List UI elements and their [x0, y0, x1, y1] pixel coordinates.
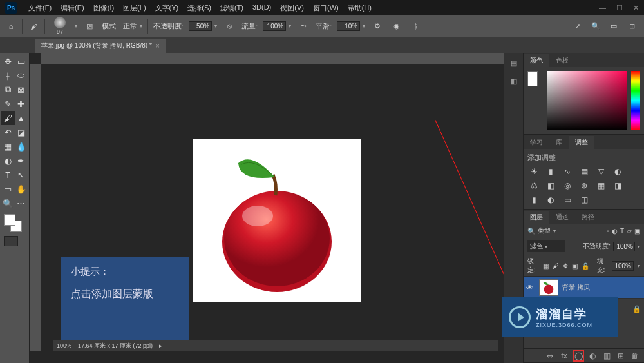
smooth-gear-icon[interactable]: ⚙	[370, 19, 384, 34]
eraser-tool[interactable]: ◪	[15, 125, 28, 139]
filter-kind-icon[interactable]: 🔍	[527, 228, 535, 235]
pressure-opacity-icon[interactable]: ⦸	[222, 19, 236, 34]
lock-trans-icon[interactable]: ▦	[543, 262, 549, 270]
window-maximize[interactable]: ☐	[616, 4, 623, 12]
lock-all-icon[interactable]: 🔒	[582, 262, 589, 270]
brush-preset[interactable]: 97	[50, 17, 70, 36]
visibility-icon[interactable]: 👁	[526, 284, 535, 291]
document-close-icon[interactable]: ×	[156, 43, 160, 50]
adj-threshold[interactable]: ◐	[544, 195, 557, 205]
filter-smart-icon[interactable]: ▣	[634, 228, 640, 235]
layer-opacity-input[interactable]	[613, 242, 635, 251]
smooth-input[interactable]	[337, 21, 360, 31]
edit-toolbar[interactable]: ⋯	[15, 196, 28, 210]
window-close[interactable]: ✕	[633, 4, 639, 12]
filter-shape-icon[interactable]: ▱	[627, 228, 632, 235]
adj-posterize[interactable]: ▮	[527, 195, 540, 205]
new-adjustment-icon[interactable]: ◐	[587, 351, 598, 361]
menu-edit[interactable]: 编辑(E)	[57, 2, 88, 14]
eyedropper-tool[interactable]: ✎	[1, 97, 15, 111]
menu-select[interactable]: 选择(S)	[184, 2, 215, 14]
frame-tool[interactable]: ⊠	[15, 83, 28, 97]
adj-exposure[interactable]: ▤	[578, 166, 591, 177]
opacity-dropdown-icon[interactable]: ▾	[214, 23, 217, 29]
crop-tool[interactable]: ⧉	[1, 83, 15, 97]
zoom-tool[interactable]: 🔍	[1, 196, 15, 210]
color-field[interactable]	[547, 71, 627, 130]
menu-help[interactable]: 帮助(H)	[344, 2, 375, 14]
quickselect-tool[interactable]: ⬭	[15, 68, 28, 83]
layer-opacity-dropdown-icon[interactable]: ▾	[638, 244, 640, 250]
tab-channels[interactable]: 通道	[549, 211, 575, 224]
fill-input[interactable]	[612, 261, 634, 271]
blend-mode-select[interactable]: 滤色 ▾	[527, 240, 565, 252]
menu-window[interactable]: 窗口(W)	[309, 2, 343, 14]
hand-tool[interactable]: ✋	[15, 182, 28, 196]
color-panel-swatches[interactable]	[527, 71, 543, 130]
hue-slider[interactable]	[631, 71, 640, 130]
flow-input[interactable]	[263, 21, 286, 31]
adj-bw[interactable]: ◧	[544, 181, 557, 191]
blur-tool[interactable]: 💧	[15, 139, 28, 153]
symmetry-icon[interactable]: ᚱ	[409, 19, 423, 34]
mode-value[interactable]: 正常	[123, 21, 137, 31]
menu-image[interactable]: 图像(I)	[90, 2, 118, 14]
menu-3d[interactable]: 3D(D)	[249, 2, 275, 14]
fill-dropdown-icon[interactable]: ▾	[638, 263, 640, 269]
stamp-tool[interactable]: ▲	[15, 111, 28, 125]
search-icon[interactable]: 🔍	[589, 19, 603, 34]
adj-brightness[interactable]: ☀	[527, 166, 540, 177]
heal-tool[interactable]: ✚	[15, 97, 28, 111]
adj-balance[interactable]: ⚖	[527, 181, 540, 191]
quickmask-toggle[interactable]	[4, 236, 18, 246]
history-brush-tool[interactable]: ↶	[1, 125, 15, 139]
filter-type-icon[interactable]: T	[620, 228, 624, 235]
menu-file[interactable]: 文件(F)	[24, 2, 55, 14]
lock-nest-icon[interactable]: ▣	[572, 262, 578, 270]
filter-kind-dropdown-icon[interactable]: ▾	[553, 228, 556, 234]
marquee-tool[interactable]: ▭	[15, 54, 28, 68]
adj-photo-filter[interactable]: ◎	[561, 181, 574, 191]
opacity-input[interactable]	[189, 21, 212, 31]
adj-invert[interactable]: ◨	[611, 181, 624, 191]
link-layers-icon[interactable]: ⇔	[545, 351, 555, 361]
flow-dropdown-icon[interactable]: ▾	[289, 23, 291, 29]
menu-type[interactable]: 文字(Y)	[151, 2, 183, 14]
new-group-icon[interactable]: ▥	[601, 351, 612, 361]
tab-adjustments[interactable]: 调整	[569, 136, 594, 149]
pressure-size-icon[interactable]: ◉	[390, 19, 404, 34]
tab-color[interactable]: 颜色	[524, 54, 549, 67]
airbrush-icon[interactable]: ⤳	[296, 19, 310, 34]
pen-tool[interactable]: ✒	[15, 153, 28, 168]
brush-panel-icon[interactable]: ▧	[82, 19, 97, 34]
doc-info-arrow-icon[interactable]: ▸	[159, 342, 162, 349]
move-tool[interactable]: ✥	[1, 54, 15, 68]
dodge-tool[interactable]: ◐	[1, 153, 15, 168]
new-layer-icon[interactable]: ⊞	[616, 351, 626, 361]
color-swatches[interactable]	[1, 213, 28, 236]
adj-levels[interactable]: ▮	[544, 166, 557, 177]
brush-dropdown-icon[interactable]: ▾	[75, 23, 77, 29]
adj-lookup[interactable]: ▦	[594, 181, 607, 191]
tab-swatches[interactable]: 色板	[549, 54, 575, 67]
history-panel-icon[interactable]: ▤	[507, 57, 520, 70]
path-select-tool[interactable]: ↖	[15, 168, 28, 182]
layer-name[interactable]: 背景 拷贝	[562, 283, 641, 292]
tab-paths[interactable]: 路径	[575, 211, 601, 224]
document-tab[interactable]: 苹果.jpg @ 100% (背景 拷贝, RGB/8) * ×	[35, 39, 166, 53]
tab-layers[interactable]: 图层	[524, 211, 549, 224]
menu-layer[interactable]: 图层(L)	[119, 2, 149, 14]
lock-pos-icon[interactable]: ✥	[563, 262, 568, 270]
workspace-icon[interactable]: ▭	[607, 19, 621, 34]
smooth-dropdown-icon[interactable]: ▾	[363, 23, 365, 29]
properties-panel-icon[interactable]: ◧	[507, 75, 520, 88]
lasso-tool[interactable]: ⟊	[1, 68, 15, 83]
add-mask-icon[interactable]: ◯	[573, 351, 583, 361]
layer-row[interactable]: 👁 背景 拷贝	[524, 277, 644, 299]
gradient-tool[interactable]: ▦	[1, 139, 15, 153]
canvas[interactable]: 小提示： 点击添加图层蒙版 100% 17.64 厘米 x 17 厘米 (72 …	[41, 64, 501, 351]
menu-filter[interactable]: 滤镜(T)	[216, 2, 247, 14]
adj-curves[interactable]: ∿	[561, 166, 574, 177]
foreground-swatch[interactable]	[4, 214, 15, 226]
shape-tool[interactable]: ▭	[1, 182, 15, 196]
